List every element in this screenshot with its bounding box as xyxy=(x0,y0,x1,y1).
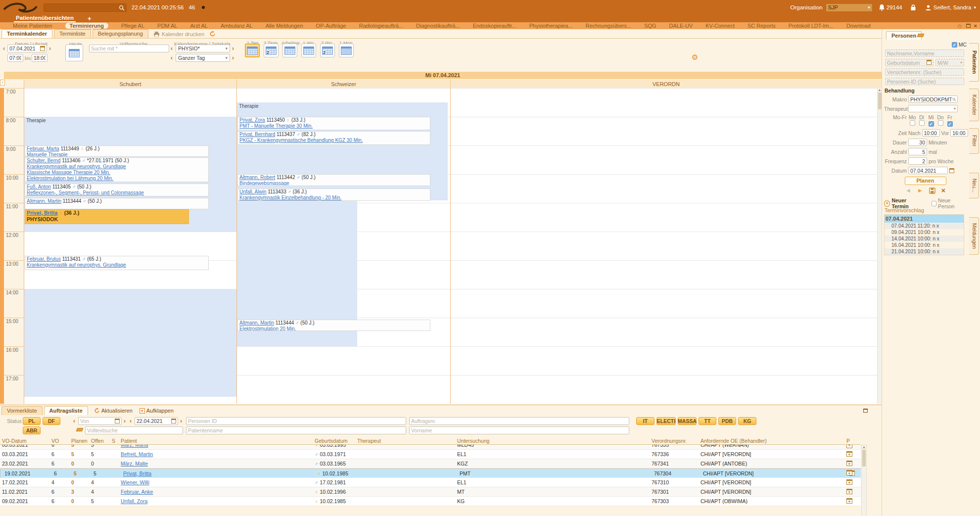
calendar-icon[interactable] xyxy=(949,168,954,173)
order-number-input[interactable] xyxy=(409,417,629,425)
terminvorschlag-item[interactable]: 21.04.2021 10:00: n x xyxy=(885,248,964,255)
scale-next-chevron[interactable]: › xyxy=(232,54,234,61)
gear-icon[interactable]: ⚙ xyxy=(692,53,698,62)
add-appointment-icon[interactable]: + xyxy=(846,451,852,457)
add-appointment-icon[interactable]: + xyxy=(846,489,852,494)
table-row[interactable]: 17.02.2021404 Wiener, Willi ♂ 17.02.1981… xyxy=(0,478,861,487)
calendar-column-verordn[interactable] xyxy=(450,88,882,404)
group-next-chevron[interactable]: › xyxy=(232,45,234,52)
tab-ambulanz-al[interactable]: Ambulanz AL xyxy=(221,23,253,29)
availability-block[interactable] xyxy=(24,289,237,397)
vtab-kalender[interactable]: Kalender xyxy=(969,89,979,121)
col-offen[interactable]: Offen xyxy=(89,438,110,444)
patient-link[interactable]: Privat, Britta xyxy=(27,210,57,216)
fulltext-search-input[interactable] xyxy=(89,45,169,52)
appointment-card[interactable]: Februar, Marta 1113449 ♀ (26 J.) Manuell… xyxy=(25,145,209,157)
col-untersuchung[interactable]: Untersuchung xyxy=(455,438,650,444)
tab-endoskopieauftraege[interactable]: Endoskopieauftr... xyxy=(473,23,516,29)
view-arbeitswoche-button[interactable] xyxy=(282,44,297,57)
patient-link[interactable]: Februar, Anke xyxy=(121,489,153,495)
col-vo-datum[interactable]: VO-Datum xyxy=(0,438,49,444)
von-next-chevron[interactable]: › xyxy=(124,418,126,424)
procedure-link[interactable]: Elektrostimulation 20 Min. xyxy=(239,326,428,331)
print-calendar-button[interactable]: Kalender drucken xyxy=(153,31,204,38)
tab-rechnungsuebersicht[interactable]: Rechnungsübers... xyxy=(586,23,631,29)
category-electi-button[interactable]: ELECTI xyxy=(656,417,676,425)
patient-link[interactable]: Februar, Brutus xyxy=(27,256,61,262)
time-before-input[interactable] xyxy=(950,129,968,137)
category-massa-button[interactable]: MASSA xyxy=(678,417,697,425)
category-it-button[interactable]: IT xyxy=(636,417,654,425)
date-next-chevron[interactable]: › xyxy=(49,45,51,52)
tab-kv-connect[interactable]: KV-Connect xyxy=(705,23,735,29)
mc-checkbox[interactable]: ✓ xyxy=(952,42,957,47)
expand-all-icon[interactable]: ▾ xyxy=(140,408,145,414)
patient-link[interactable]: Schulter, Bernd xyxy=(27,158,60,163)
patient-link[interactable]: Unfall, Alwin xyxy=(239,189,266,194)
arrow-left-icon[interactable]: ◄ xyxy=(905,187,911,194)
terminvorschlag-selected[interactable]: 07.04.2021 xyxy=(885,215,964,223)
tab-protokoll-ldt[interactable]: Protokoll LDT-Im... xyxy=(789,23,834,29)
tab-alle-meldungen[interactable]: Alle Meldungen xyxy=(266,23,303,29)
lastname-firstname-field[interactable] xyxy=(885,49,964,57)
terminvorschlag-item[interactable]: 07.04.2021 11:20: n x xyxy=(885,223,964,229)
table-row[interactable]: 03.03.2021655 März, Maria ♀ 03.03.1995 M… xyxy=(0,445,861,450)
tab-meine-patienten[interactable]: Meine Patienten xyxy=(13,23,52,29)
table-row[interactable]: 23.02.2021600 März, Malte ♂ 03.03.1965 K… xyxy=(0,459,861,469)
search-icon[interactable] xyxy=(952,97,956,102)
add-appointment-icon[interactable]: + xyxy=(846,498,852,504)
vtab-filter[interactable]: Filter xyxy=(969,128,979,154)
therapeut-select[interactable]: ▾ xyxy=(908,105,958,112)
user-name[interactable]: Seifert, Sandra xyxy=(933,4,972,10)
vtab-meldungen[interactable]: Meldungen xyxy=(969,217,979,255)
planen-button[interactable]: Planen xyxy=(905,177,946,185)
scrollbar-thumb[interactable] xyxy=(878,93,882,109)
appointment-card-selected[interactable]: Privat, Britta ♀ (36 J.) PHYSIODOK xyxy=(25,209,189,224)
first-name-input[interactable] xyxy=(409,426,629,434)
scrollbar-thumb[interactable] xyxy=(862,450,866,467)
eraser-icon[interactable] xyxy=(76,428,84,431)
scale-prev-chevron[interactable]: ‹ xyxy=(171,54,173,61)
patient-link[interactable]: Unfall, Zora xyxy=(121,498,147,504)
refresh-icon[interactable] xyxy=(209,31,216,37)
tab-download[interactable]: Download xyxy=(846,23,871,29)
column-header-verordn[interactable]: VERORDN xyxy=(450,79,882,88)
global-search-input[interactable] xyxy=(44,3,127,12)
status-abr-button[interactable]: ABR xyxy=(23,426,41,434)
terminvorschlag-item[interactable]: 14.04.2021 10:00: n x xyxy=(885,235,964,242)
col-p[interactable]: P xyxy=(844,438,861,444)
count-input[interactable] xyxy=(908,148,927,155)
view-1tag-button[interactable] xyxy=(245,44,260,57)
patient-link[interactable]: Wiener, Willi xyxy=(121,479,149,485)
day-mi-checkbox[interactable]: ✓ xyxy=(929,121,934,127)
von-prev-chevron[interactable]: ‹ xyxy=(73,418,75,424)
terminvorschlag-item[interactable]: 09.04.2021 10:00: n x xyxy=(885,229,964,235)
view-2wo-button[interactable]: 2 xyxy=(320,44,335,57)
expand-gutter-icon[interactable]: › xyxy=(0,80,5,86)
calendar-column-schubert[interactable]: Therapie Februar, Marta 1113449 ♀ (26 J.… xyxy=(24,88,236,404)
time-after-input[interactable] xyxy=(922,129,940,137)
patient-link[interactable]: Privat, Zora xyxy=(239,117,265,123)
gender-select[interactable]: M/W▾ xyxy=(935,59,964,66)
patient-link[interactable]: März, Maria xyxy=(121,445,148,448)
add-appointment-icon[interactable]: + xyxy=(846,470,852,475)
time-scale-select[interactable]: Ganzer Tag▾ xyxy=(176,54,230,62)
date-input[interactable]: 07.04.2021 xyxy=(7,45,47,52)
makro-input[interactable]: PHYSIODOKPMT xyxy=(908,95,958,103)
appointment-card[interactable]: Februar, Brutus 1113431 ♂ (65 J.) Kranke… xyxy=(25,256,209,270)
bell-icon[interactable] xyxy=(879,4,885,11)
column-header-schubert[interactable]: Schubert xyxy=(24,79,236,88)
day-fr-checkbox[interactable]: ✓ xyxy=(947,121,953,127)
tab-diagnostikauftraege[interactable]: Diagnostikaufträ... xyxy=(416,23,460,29)
table-scrollbar[interactable]: ▲ xyxy=(861,445,867,516)
vtab-neu[interactable]: Neu... xyxy=(969,173,979,198)
patient-link[interactable]: März, Malte xyxy=(121,461,148,467)
person-id-field[interactable] xyxy=(885,78,964,85)
tab-belegungsplanung[interactable]: Belegungsplanung xyxy=(93,29,148,38)
appointment-card[interactable]: Altmann, Martin 1113444 ♂ (50 J.) Elektr… xyxy=(237,320,430,331)
col-geburtsdatum[interactable]: Geburtsdatum xyxy=(313,438,355,444)
bis-prev-chevron[interactable]: ‹ xyxy=(130,418,132,424)
organisation-select[interactable]: SJP ▾ xyxy=(826,3,873,12)
procedure-link[interactable]: Manuelle Therapie xyxy=(27,152,207,157)
calendar-icon[interactable] xyxy=(927,60,932,65)
